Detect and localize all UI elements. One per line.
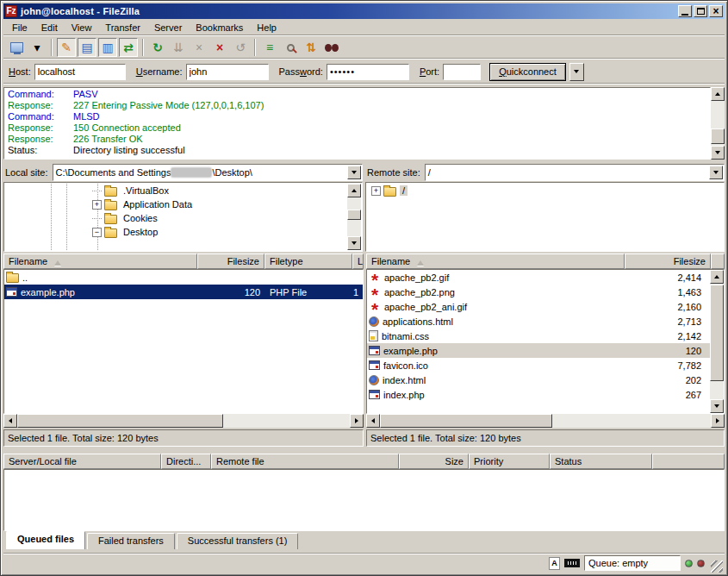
username-input[interactable]: [186, 64, 269, 80]
scroll-up-button[interactable]: [711, 87, 725, 101]
site-manager-dropdown-button[interactable]: ▾: [28, 38, 47, 57]
password-input[interactable]: [327, 64, 409, 80]
queue-tabs: Queued files Failed transfers Successful…: [3, 531, 725, 549]
menu-edit[interactable]: Edit: [34, 21, 65, 34]
file-row[interactable]: index.html202: [367, 373, 710, 387]
scroll-left-button[interactable]: [366, 414, 380, 428]
speed-limit-icon[interactable]: [564, 559, 580, 567]
menu-transfer[interactable]: Transfer: [98, 21, 147, 34]
scroll-thumb[interactable]: [380, 414, 552, 428]
scroll-right-button[interactable]: [711, 414, 725, 428]
column-header-priority[interactable]: Priority: [469, 454, 550, 469]
scroll-left-button[interactable]: [3, 414, 17, 428]
remote-path-dropdown-button[interactable]: [709, 166, 723, 179]
tree-item-root[interactable]: +/: [367, 184, 723, 197]
message-log[interactable]: Command:PASV Response:227 Entering Passi…: [3, 87, 711, 160]
toggle-local-tree-button[interactable]: ▤: [78, 38, 96, 57]
file-row-selected[interactable]: example.php120: [367, 343, 710, 358]
column-header-last-modified[interactable]: L: [352, 254, 364, 269]
column-header-status[interactable]: Status: [550, 454, 652, 469]
transfer-queue-list[interactable]: [3, 469, 725, 531]
column-header-size[interactable]: Size: [399, 454, 469, 469]
directory-comparison-button[interactable]: [281, 38, 300, 57]
log-line: Response:227 Entering Passive Mode (127,…: [8, 100, 710, 111]
menu-view[interactable]: View: [65, 21, 99, 34]
local-list-hscrollbar[interactable]: [3, 414, 364, 428]
cancel-operation-button[interactable]: ×: [190, 38, 208, 57]
file-row[interactable]: bitnami.css2,142: [367, 329, 710, 343]
expand-plus-icon[interactable]: +: [92, 200, 102, 210]
folder-icon: [104, 201, 117, 210]
collapse-minus-icon[interactable]: −: [92, 228, 102, 237]
scroll-down-button[interactable]: [347, 236, 361, 250]
local-path-suffix: \Desktop\: [212, 167, 252, 178]
minimize-button[interactable]: [678, 5, 692, 17]
scroll-down-button[interactable]: [711, 146, 725, 160]
column-header-filesize[interactable]: Filesize: [625, 254, 711, 269]
column-header-filename[interactable]: Filename: [3, 254, 197, 269]
file-row[interactable]: apache_pb2_ani.gif2,160: [367, 299, 710, 314]
scroll-right-button[interactable]: [350, 414, 364, 428]
tree-item-desktop[interactable]: −Desktop: [5, 225, 347, 239]
local-path-combobox[interactable]: C:\Documents and Settings\Desktop\: [53, 164, 363, 181]
tab-queued-files[interactable]: Queued files: [6, 531, 85, 549]
scroll-thumb[interactable]: [710, 285, 724, 381]
scroll-thumb[interactable]: [711, 128, 725, 144]
tree-item-virtualbox[interactable]: .VirtualBox: [5, 184, 347, 197]
tree-item-cookies[interactable]: Cookies: [5, 211, 347, 225]
synchronized-browsing-button[interactable]: ⇅: [302, 38, 320, 57]
reconnect-button[interactable]: ↺: [231, 38, 250, 57]
scroll-up-button[interactable]: [710, 270, 724, 284]
file-row[interactable]: index.php267: [367, 387, 710, 402]
remote-path-combobox[interactable]: /: [425, 164, 725, 181]
port-input[interactable]: [443, 64, 481, 80]
file-row-example-php[interactable]: example.php 120 PHP File 1: [4, 285, 363, 299]
toggle-remote-tree-button[interactable]: ▥: [98, 38, 117, 57]
log-scrollbar[interactable]: [711, 87, 725, 160]
remote-list-scrollbar[interactable]: [710, 270, 724, 413]
tab-successful-transfers[interactable]: Successful transfers (1): [177, 533, 299, 549]
quickconnect-dropdown-button[interactable]: [569, 63, 584, 81]
column-header-filesize[interactable]: Filesize: [197, 254, 264, 269]
scroll-thumb[interactable]: [347, 210, 361, 220]
column-header-remote-file[interactable]: Remote file: [211, 454, 399, 469]
directory-filters-button[interactable]: ≡: [260, 38, 279, 57]
file-row[interactable]: favicon.ico7,782: [367, 358, 710, 373]
site-manager-button[interactable]: [7, 38, 26, 57]
data-type-icon[interactable]: A: [549, 557, 560, 570]
local-tree-scrollbar[interactable]: [347, 184, 361, 250]
column-header-filetype[interactable]: Filetype: [264, 254, 352, 269]
maximize-button[interactable]: [694, 5, 707, 17]
toggle-queue-button[interactable]: ⇄: [119, 38, 138, 57]
arrow-up-icon: [715, 90, 720, 96]
menu-file[interactable]: File: [5, 21, 34, 34]
menu-help[interactable]: Help: [250, 21, 283, 34]
process-queue-button[interactable]: ⇊: [169, 38, 188, 57]
quickconnect-button[interactable]: Quickconnect: [489, 63, 566, 81]
menu-server[interactable]: Server: [147, 21, 189, 34]
column-header-filename[interactable]: Filename: [366, 254, 625, 269]
refresh-button[interactable]: ↻: [148, 38, 167, 57]
close-button[interactable]: ×: [709, 5, 723, 17]
resize-grip[interactable]: [711, 560, 723, 573]
column-header-direction[interactable]: Directi...: [161, 454, 211, 469]
find-files-button[interactable]: [322, 38, 341, 57]
file-row[interactable]: apache_pb2.gif2,414: [367, 270, 710, 285]
local-path-dropdown-button[interactable]: [347, 166, 361, 179]
column-header-server-local-file[interactable]: Server/Local file: [3, 454, 161, 469]
disconnect-button[interactable]: ×: [210, 38, 229, 57]
tree-item-application-data[interactable]: +Application Data: [5, 197, 347, 211]
toggle-message-log-button[interactable]: ✎: [57, 38, 76, 57]
scroll-up-button[interactable]: [347, 184, 361, 197]
host-input[interactable]: [34, 64, 126, 80]
file-row[interactable]: applications.html2,713: [367, 314, 710, 329]
menu-bookmarks[interactable]: Bookmarks: [189, 21, 250, 34]
file-row-updir[interactable]: ..: [4, 270, 363, 285]
tab-failed-transfers[interactable]: Failed transfers: [87, 533, 175, 549]
scroll-down-button[interactable]: [710, 399, 724, 413]
scroll-thumb[interactable]: [17, 414, 223, 428]
expand-plus-icon[interactable]: +: [371, 186, 381, 196]
remote-list-hscrollbar[interactable]: [366, 414, 725, 428]
file-row[interactable]: apache_pb2.png1,463: [367, 285, 710, 299]
column-header-spacer: [711, 254, 725, 269]
